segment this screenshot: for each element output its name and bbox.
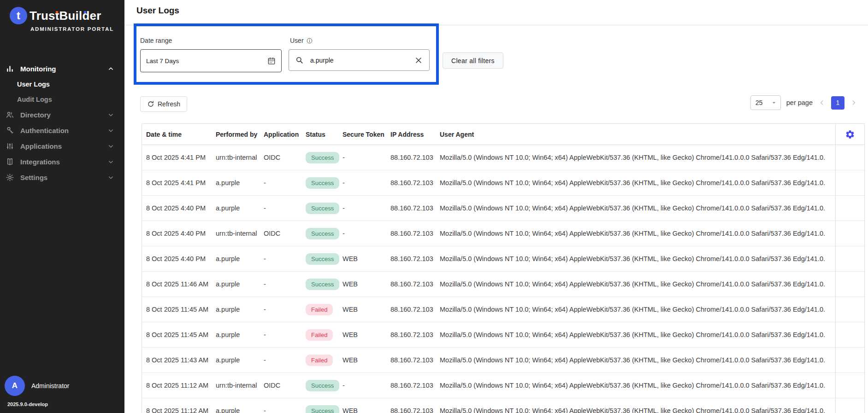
table-row[interactable]: 8 Oct 2025 4:40 PMa.purple-Success-88.16… (142, 196, 864, 221)
sidebar-item-directory[interactable]: Directory (0, 107, 124, 122)
column-header: Application (264, 131, 306, 138)
sidebar-item-audit-logs[interactable]: Audit Logs (0, 92, 124, 107)
sidebar-item-label: Authentication (20, 127, 69, 134)
table-row[interactable]: 8 Oct 2025 11:43 AMa.purple-FailedWEB88.… (142, 348, 864, 373)
user-filter-field[interactable] (289, 49, 430, 71)
chevron-down-icon (107, 174, 114, 181)
user-filter-label: User (290, 37, 313, 44)
user-name: Administrator (31, 382, 69, 390)
cell-status: Failed (306, 304, 342, 315)
cell-secure-token: - (342, 154, 390, 161)
table-row[interactable]: 8 Oct 2025 11:45 AMa.purple-FailedWEB88.… (142, 322, 864, 348)
cell-status: Success (306, 279, 342, 290)
cell-secure-token: - (342, 382, 390, 389)
cell-performed-by: a.purple (216, 331, 264, 338)
sidebar-item-label: User Logs (17, 81, 50, 88)
sidebar-item-settings[interactable]: Settings (0, 169, 124, 185)
cell-user-agent: Mozilla/5.0 (Windows NT 10.0; Win64; x64… (440, 179, 835, 186)
gear-outline-icon (6, 173, 14, 182)
table-row[interactable]: 8 Oct 2025 11:12 AMa.purple-SuccessWEB88… (142, 398, 864, 413)
cell-status: Success (306, 152, 342, 163)
table-settings-gear-icon[interactable] (845, 129, 855, 140)
status-badge: Success (306, 279, 339, 290)
date-range-input[interactable] (141, 58, 267, 64)
next-page-icon[interactable] (850, 99, 857, 106)
calendar-icon[interactable] (267, 56, 276, 65)
cell-datetime: 8 Oct 2025 11:45 AM (142, 331, 216, 338)
cell-ip-address: 88.160.72.103 (390, 255, 440, 262)
sidebar-item-integrations[interactable]: Integrations (0, 154, 124, 169)
cell-user-agent: Mozilla/5.0 (Windows NT 10.0; Win64; x64… (440, 280, 835, 288)
cell-application: - (264, 356, 306, 364)
page-size-select[interactable]: 25 (750, 95, 781, 110)
cell-user-agent: Mozilla/5.0 (Windows NT 10.0; Win64; x64… (440, 230, 835, 237)
table-settings-cell (835, 124, 864, 145)
sidebar-item-label: Audit Logs (17, 96, 52, 103)
date-range-label: Date range (140, 37, 172, 44)
column-header: Status (306, 131, 342, 138)
avatar[interactable]: A (5, 376, 25, 396)
status-badge: Success (306, 253, 339, 265)
brand-subtitle: ADMINISTRATOR PORTAL (30, 26, 114, 32)
column-header: User Agent (440, 131, 835, 138)
cell-actions (835, 196, 864, 221)
table-row[interactable]: 8 Oct 2025 11:45 AMa.purple-FailedWEB88.… (142, 297, 864, 322)
clear-all-filters-button[interactable]: Clear all filters (443, 52, 503, 69)
table-row[interactable]: 8 Oct 2025 4:41 PMa.purple-Success-88.16… (142, 170, 864, 196)
sidebar-item-monitoring[interactable]: Monitoring (0, 61, 124, 76)
page-title: User Logs (136, 6, 179, 16)
table-row[interactable]: 8 Oct 2025 4:41 PMurn:tb-internalOIDCSuc… (142, 145, 864, 170)
info-icon (306, 37, 313, 44)
cell-datetime: 8 Oct 2025 11:43 AM (142, 356, 216, 364)
clear-user-filter-icon[interactable] (414, 56, 423, 65)
status-badge: Failed (306, 329, 333, 341)
user-filter-input[interactable] (304, 57, 414, 64)
search-icon (295, 56, 304, 64)
cell-performed-by: a.purple (216, 179, 264, 186)
brand-dot-blue (84, 11, 86, 13)
cell-status: Success (306, 253, 342, 265)
table-row[interactable]: 8 Oct 2025 4:40 PMurn:tb-internalOIDCSuc… (142, 221, 864, 246)
page-size-value: 25 (756, 99, 763, 106)
cell-user-agent: Mozilla/5.0 (Windows NT 10.0; Win64; x64… (440, 154, 835, 161)
sidebar-item-user-logs[interactable]: User Logs (0, 76, 124, 92)
brand-name: TrustBuilder (30, 9, 101, 23)
table-row[interactable]: 8 Oct 2025 4:40 PMa.purple-SuccessWEB88.… (142, 246, 864, 272)
bar-chart-icon (6, 64, 14, 73)
table-row[interactable]: 8 Oct 2025 11:12 AMurn:tb-internalOIDCSu… (142, 373, 864, 398)
chevron-up-icon (107, 65, 114, 72)
cell-ip-address: 88.160.72.103 (390, 280, 440, 288)
sidebar-item-label: Directory (20, 111, 51, 119)
key-icon (6, 126, 14, 135)
status-badge: Failed (306, 304, 333, 315)
cell-actions (835, 297, 864, 322)
cell-datetime: 8 Oct 2025 4:40 PM (142, 255, 216, 262)
refresh-button[interactable]: Refresh (140, 96, 187, 112)
cell-performed-by: a.purple (216, 306, 264, 313)
table-row[interactable]: 8 Oct 2025 11:46 AMa.purple-SuccessWEB88… (142, 272, 864, 297)
current-page-button[interactable]: 1 (831, 96, 844, 110)
previous-page-icon[interactable] (818, 99, 826, 106)
cell-status: Success (306, 405, 342, 413)
status-badge: Success (306, 177, 339, 189)
cell-application: OIDC (264, 230, 306, 237)
cell-secure-token: WEB (342, 407, 390, 413)
cell-secure-token: WEB (342, 331, 390, 338)
cell-actions (835, 145, 864, 170)
sidebar-item-authentication[interactable]: Authentication (0, 122, 124, 138)
cell-status: Success (306, 228, 342, 239)
chevron-down-icon (107, 142, 114, 150)
sidebar-item-label: Integrations (20, 158, 60, 166)
sliders-icon (6, 142, 14, 151)
cell-user-agent: Mozilla/5.0 (Windows NT 10.0; Win64; x64… (440, 204, 835, 212)
cell-datetime: 8 Oct 2025 4:41 PM (142, 154, 216, 161)
cell-performed-by: a.purple (216, 280, 264, 288)
cell-user-agent: Mozilla/5.0 (Windows NT 10.0; Win64; x64… (440, 306, 835, 313)
sidebar-item-applications[interactable]: Applications (0, 138, 124, 154)
date-range-field[interactable] (140, 49, 282, 72)
sidebar-user[interactable]: A Administrator (5, 376, 69, 396)
cell-ip-address: 88.160.72.103 (390, 154, 440, 161)
column-header: IP Address (390, 131, 440, 138)
cell-actions (835, 398, 864, 413)
column-header: Performed by (216, 131, 264, 138)
